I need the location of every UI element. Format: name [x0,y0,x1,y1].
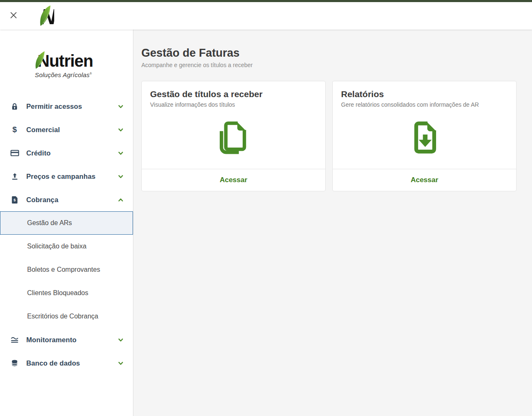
sidebar-subitem-boletos-e-comprovantes[interactable]: Boletos e Comprovantes [0,258,133,281]
nutrien-wordmark-icon: Nutrien [33,50,100,70]
sidebar-item-permitir-acessos[interactable]: Permitir acessos [0,95,133,118]
sidebar-item-cobranca[interactable]: $ Cobrança [0,188,133,211]
sidebar-item-label: Cobrança [26,196,58,204]
sidebar-menu: Permitir acessos $ Comercial [0,95,133,375]
page-subtitle: Acompanhe e gerencie os títulos a recebe… [141,62,517,68]
sidebar: Nutrien Soluções Agrícolas® [0,30,133,416]
sidebar-item-credito[interactable]: Crédito [0,141,133,165]
submenu-item-label: Clientes Bloqueados [27,289,88,297]
sidebar-subitem-clientes-bloqueados[interactable]: Clientes Bloqueados [0,281,133,305]
sidebar-item-label: Preços e campanhas [26,173,95,180]
acessar-link[interactable]: Acessar [220,176,247,184]
lock-icon [10,103,19,110]
sidebar-item-label: Monitoramento [26,336,76,344]
sidebar-subitem-escritorios-de-cobranca[interactable]: Escritórios de Cobrança [0,305,133,328]
chevron-down-icon [118,127,124,133]
credit-card-icon [10,149,19,157]
chevron-down-icon [118,150,124,156]
card-footer: Acessar [142,169,325,191]
file-download-icon [406,120,443,158]
sidebar-item-label: Comercial [26,126,60,134]
database-icon [10,359,19,367]
files-icon [215,120,252,158]
upload-icon [10,173,19,180]
card-title: Relatórios [341,89,508,99]
sidebar-item-label: Crédito [26,149,50,157]
sidebar-item-precos-e-campanhas[interactable]: Preços e campanhas [0,165,133,188]
waves-icon [10,336,19,343]
sidebar-item-label: Banco de dados [26,359,80,367]
card-subtitle: Gere relatórios consolidados com informa… [341,101,508,108]
chevron-up-icon [118,197,124,203]
card-subtitle: Visualize informações dos títulos [150,101,317,108]
card-relatorios: Relatórios Gere relatórios consolidados … [332,81,517,191]
sidebar-item-label: Permitir acessos [26,103,82,110]
submenu-item-label: Boletos e Comprovantes [27,266,100,273]
card-title: Gestão de títulos a receber [150,89,317,99]
submenu-item-label: Escritórios de Cobrança [27,313,98,320]
close-icon [9,11,18,21]
nutrien-logo: Nutrien Soluções Agrícolas® [0,30,133,95]
brand-tagline: Soluções Agrícolas® [35,71,98,78]
submenu-item-label: Solicitação de baixa [27,243,86,250]
cards-row: Gestão de títulos a receber Visualize in… [141,81,517,191]
invoice-dollar-icon: $ [10,196,19,204]
main-content: Gestão de Faturas Acompanhe e gerencie o… [133,30,532,416]
svg-text:Nutrien: Nutrien [38,52,93,70]
dollar-icon: $ [10,125,19,134]
sidebar-item-banco-de-dados[interactable]: Banco de dados [0,351,133,375]
chevron-down-icon [118,337,124,343]
nutrien-mini-logo-icon: N [38,4,54,28]
card-gestao-de-titulos: Gestão de títulos a receber Visualize in… [141,81,326,191]
sidebar-subitem-gestao-de-ars[interactable]: Gestão de ARs [0,211,133,235]
page-title: Gestão de Faturas [141,47,517,60]
svg-text:$: $ [13,198,15,202]
chevron-down-icon [118,103,124,110]
close-menu-button[interactable] [5,8,22,24]
sidebar-subitem-solicitacao-de-baixa[interactable]: Solicitação de baixa [0,235,133,258]
acessar-link[interactable]: Acessar [411,176,438,184]
sidebar-item-monitoramento[interactable]: Monitoramento [0,328,133,351]
submenu-item-label: Gestão de ARs [27,219,72,227]
card-footer: Acessar [333,169,516,191]
chevron-down-icon [118,173,124,180]
sidebar-item-comercial[interactable]: $ Comercial [0,118,133,141]
chevron-down-icon [118,360,124,366]
app-header: N [0,2,532,30]
